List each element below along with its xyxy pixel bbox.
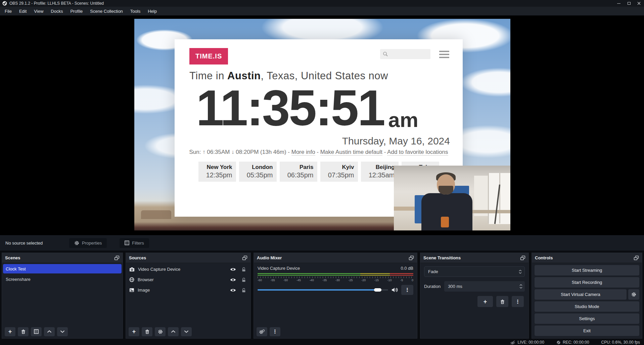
city-time: 12:35am xyxy=(365,171,395,179)
maximize-button[interactable] xyxy=(624,0,634,7)
source-row-video-capture[interactable]: Video Capture Device xyxy=(126,264,250,274)
lock-open-icon[interactable] xyxy=(242,277,246,282)
minimize-button[interactable] xyxy=(614,0,624,7)
popout-icon[interactable] xyxy=(242,256,247,260)
no-source-label: No source selected xyxy=(5,241,69,246)
volume-meter xyxy=(258,273,413,274)
popout-icon[interactable] xyxy=(520,256,525,260)
visibility-eye-icon[interactable] xyxy=(230,288,236,292)
controls-panel: Controls Start Streaming Start Recording… xyxy=(532,253,642,339)
duration-value: 300 ms xyxy=(444,284,517,289)
exit-button[interactable]: Exit xyxy=(535,326,639,336)
start-recording-button[interactable]: Start Recording xyxy=(535,277,639,288)
window-title: OBS 29.1.2 - Profile: LLHLS BETA - Scene… xyxy=(9,1,104,6)
settings-button[interactable]: Settings xyxy=(535,313,639,324)
volume-slider[interactable] xyxy=(258,288,388,292)
duration-spinbox[interactable]: 300 ms xyxy=(444,281,525,292)
volume-meter xyxy=(258,275,413,276)
more-info-link: More info xyxy=(291,149,315,156)
image-icon xyxy=(129,288,134,292)
transition-select[interactable]: Fade xyxy=(424,266,525,277)
spin-down-icon[interactable] xyxy=(519,287,522,289)
filters-button[interactable]: Filters xyxy=(120,238,149,248)
dock-area: Scenes Clock Test Screenshare + xyxy=(0,251,644,340)
menu-edit[interactable]: Edit xyxy=(15,7,30,15)
source-row-browser[interactable]: Browser xyxy=(126,274,250,285)
menu-view[interactable]: View xyxy=(30,7,47,15)
lock-open-icon[interactable] xyxy=(242,288,246,293)
menu-docks[interactable]: Docks xyxy=(47,7,66,15)
mixer-channel-menu-button[interactable]: ⋮ xyxy=(401,285,413,295)
add-transition-button[interactable]: + xyxy=(477,296,493,307)
remove-source-button[interactable] xyxy=(142,327,152,336)
scene-filters-button[interactable] xyxy=(31,327,42,336)
move-scene-up-button[interactable] xyxy=(44,327,55,336)
virtual-camera-settings-button[interactable] xyxy=(628,289,639,300)
sources-panel: Sources Video Capture Device xyxy=(126,253,251,339)
scene-item-screenshare[interactable]: Screenshare xyxy=(2,274,123,284)
city-name: New York xyxy=(202,164,232,171)
clock-display: 11:35:51 am xyxy=(196,85,463,131)
scene-item-clock-test[interactable]: Clock Test xyxy=(3,264,122,273)
status-bar: LIVE: 00:00:00 REC: 00:00:00 CPU: 0.6%, … xyxy=(0,340,644,345)
popout-icon[interactable] xyxy=(114,256,120,260)
sources-panel-title: Sources xyxy=(129,255,146,260)
city-name: London xyxy=(243,164,273,171)
menu-profile[interactable]: Profile xyxy=(66,7,86,15)
filters-label: Filters xyxy=(132,241,144,246)
properties-button[interactable]: Properties xyxy=(69,238,107,248)
source-row-image[interactable]: Image xyxy=(126,285,250,295)
visibility-eye-icon[interactable] xyxy=(230,267,236,271)
start-streaming-button[interactable]: Start Streaming xyxy=(535,265,639,275)
scene-transitions-panel-title: Scene Transitions xyxy=(423,255,461,260)
remove-scene-button[interactable] xyxy=(18,327,29,336)
advanced-audio-properties-button[interactable] xyxy=(257,327,267,336)
city-name: Beijing xyxy=(365,164,395,171)
add-scene-button[interactable]: + xyxy=(5,327,15,336)
source-properties-button[interactable] xyxy=(155,327,166,336)
kebab-menu-icon: ⋮ xyxy=(405,287,410,293)
person-beard xyxy=(439,186,453,195)
filters-icon xyxy=(34,329,39,334)
start-virtual-camera-button[interactable]: Start Virtual Camera xyxy=(535,289,627,300)
source-label: Browser xyxy=(138,277,154,282)
spin-up-icon[interactable] xyxy=(519,284,522,286)
volume-slider-handle[interactable] xyxy=(374,288,381,292)
plus-icon: + xyxy=(484,299,487,305)
hamburger-menu-icon xyxy=(439,51,449,58)
make-default-link: Make Austin time default xyxy=(320,149,382,156)
lock-open-icon[interactable] xyxy=(242,267,246,272)
add-source-button[interactable]: + xyxy=(129,327,139,336)
chevron-up-icon xyxy=(519,270,522,271)
move-source-up-button[interactable] xyxy=(168,327,179,336)
popout-icon[interactable] xyxy=(634,256,639,260)
chevron-down-icon xyxy=(184,330,189,333)
kebab-menu-icon: ⋮ xyxy=(515,299,520,305)
move-scene-down-button[interactable] xyxy=(57,327,68,336)
preview-canvas[interactable]: TIME.IS Time in Austin, Texas, United St… xyxy=(134,19,510,230)
close-button[interactable] xyxy=(634,0,644,7)
filters-icon xyxy=(125,241,129,245)
transition-selected-value: Fade xyxy=(424,269,516,274)
city-time: 06:35pm xyxy=(283,171,314,179)
speaker-icon[interactable] xyxy=(392,287,398,293)
menu-file[interactable]: File xyxy=(1,7,15,15)
remove-transition-button[interactable] xyxy=(496,296,508,307)
move-source-down-button[interactable] xyxy=(181,327,192,336)
rec-status: REC: 00:00:00 xyxy=(556,340,589,345)
visibility-eye-icon[interactable] xyxy=(230,278,236,282)
title-bar: OBS 29.1.2 - Profile: LLHLS BETA - Scene… xyxy=(0,0,644,7)
menu-scene-collection[interactable]: Scene Collection xyxy=(86,7,127,15)
record-inactive-icon xyxy=(556,340,561,345)
timeis-logo: TIME.IS xyxy=(189,48,228,64)
city-name: Kyiv xyxy=(324,164,354,171)
transition-menu-button[interactable]: ⋮ xyxy=(512,296,524,307)
menu-help[interactable]: Help xyxy=(144,7,160,15)
plus-icon: + xyxy=(8,329,12,335)
city-time: 12:35pm xyxy=(202,171,232,179)
popout-icon[interactable] xyxy=(409,256,414,260)
studio-mode-button[interactable]: Studio Mode xyxy=(535,301,639,312)
menu-tools[interactable]: Tools xyxy=(127,7,144,15)
mixer-menu-button[interactable]: ⋮ xyxy=(270,327,280,336)
maximize-icon xyxy=(628,2,631,5)
